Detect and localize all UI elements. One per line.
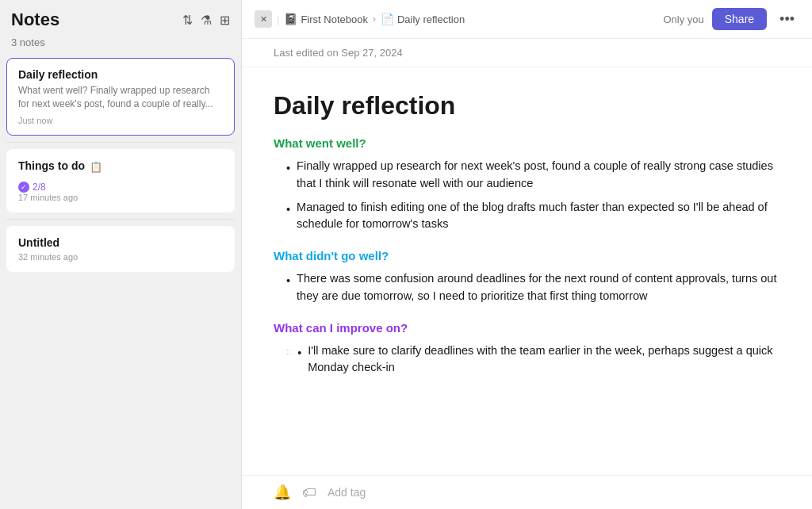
breadcrumb-separator-line: | xyxy=(277,13,279,25)
todo-edit-icon: 📋 xyxy=(90,161,102,173)
divider-2 xyxy=(6,219,235,220)
breadcrumb: ✕ | 📓 First Notebook › 📄 Daily reflectio… xyxy=(255,10,465,28)
bullet-text: Finally wrapped up research for next wee… xyxy=(297,158,780,193)
note-card-daily-reflection[interactable]: Daily reflection What went well? Finally… xyxy=(6,58,235,136)
more-options-button[interactable]: ••• xyxy=(775,10,799,29)
bullet-item: • There was some confusion around deadli… xyxy=(286,270,780,305)
bullet-dot: • xyxy=(286,160,290,193)
header-actions: Only you Share ••• xyxy=(663,8,799,30)
bullet-dot: • xyxy=(286,273,290,305)
bullet-item: • Managed to finish editing one of the b… xyxy=(286,199,780,234)
breadcrumb-arrow: › xyxy=(373,13,376,25)
last-edited-label: Last edited on Sep 27, 2024 xyxy=(242,39,812,67)
note-card-things-to-do[interactable]: Things to do 📋 ✓ 2/8 17 minutes ago xyxy=(6,149,235,212)
didnt-go-well-list: • There was some confusion around deadli… xyxy=(286,270,780,305)
section-heading-didnt-go-well: What didn't go well? xyxy=(274,249,780,262)
note-card-time: Just now xyxy=(18,116,223,125)
bullet-item: • Finally wrapped up research for next w… xyxy=(286,158,780,193)
note-card-title: Things to do xyxy=(18,159,85,172)
note-content: Daily reflection What went well? • Final… xyxy=(242,67,812,475)
main-header: ✕ | 📓 First Notebook › 📄 Daily reflectio… xyxy=(242,0,812,39)
sidebar-header: Notes ⇅ ⚗ ⊞ xyxy=(0,0,241,36)
tag-icon[interactable]: 🏷 xyxy=(302,484,316,501)
page-icon: 📄 xyxy=(381,13,394,25)
sidebar: Notes ⇅ ⚗ ⊞ 3 notes Daily reflection Wha… xyxy=(0,0,242,509)
note-card-preview: What went well? Finally wrapped up resea… xyxy=(18,84,223,111)
todo-progress-badge: ✓ 2/8 xyxy=(18,182,46,193)
sidebar-title: Notes xyxy=(11,10,59,30)
notebook-icon: 📓 xyxy=(284,13,297,25)
breadcrumb-page: 📄 Daily reflection xyxy=(381,13,465,25)
visibility-label: Only you xyxy=(663,13,703,25)
went-well-list: • Finally wrapped up research for next w… xyxy=(286,158,780,233)
note-footer: 🔔 🏷 Add tag xyxy=(242,475,812,509)
page-name[interactable]: Daily reflection xyxy=(397,13,465,25)
note-card-time: 17 minutes ago xyxy=(18,193,223,202)
bullet-text: I'll make sure to clarify deadlines with… xyxy=(308,343,780,377)
note-main-title[interactable]: Daily reflection xyxy=(274,91,780,121)
divider-1 xyxy=(6,142,235,143)
note-card-title: Untitled xyxy=(18,236,223,249)
bullet-text: Managed to finish editing one of the blo… xyxy=(297,199,780,234)
note-card-header-row: Things to do 📋 xyxy=(18,159,223,175)
notebook-name[interactable]: First Notebook xyxy=(301,13,368,25)
bullet-dot: • xyxy=(297,345,301,362)
drag-handle-icon: :: xyxy=(286,345,291,358)
todo-check-icon: ✓ xyxy=(18,182,29,193)
improve-item: :: • I'll make sure to clarify deadlines… xyxy=(286,343,780,377)
share-button[interactable]: Share xyxy=(712,8,767,30)
notes-count: 3 notes xyxy=(0,36,241,55)
bullet-dot: • xyxy=(286,201,290,234)
note-card-title: Daily reflection xyxy=(18,68,223,81)
notification-icon[interactable]: 🔔 xyxy=(274,484,291,501)
main-area: ✕ | 📓 First Notebook › 📄 Daily reflectio… xyxy=(242,0,812,509)
improve-list: :: • I'll make sure to clarify deadlines… xyxy=(286,343,780,377)
bullet-text: There was some confusion around deadline… xyxy=(297,270,780,305)
back-icon[interactable]: ✕ xyxy=(255,10,272,28)
section-heading-went-well: What went well? xyxy=(274,136,780,150)
filter-icon[interactable]: ⚗ xyxy=(201,13,212,28)
add-tag-label[interactable]: Add tag xyxy=(327,486,366,499)
note-card-time: 32 minutes ago xyxy=(18,252,223,262)
breadcrumb-notebook: 📓 First Notebook xyxy=(284,13,368,25)
section-heading-improve: What can I improve on? xyxy=(274,321,780,335)
sort-icon[interactable]: ⇅ xyxy=(182,13,193,28)
todo-count: 2/8 xyxy=(33,182,46,193)
layout-icon[interactable]: ⊞ xyxy=(220,13,230,28)
note-card-untitled[interactable]: Untitled 32 minutes ago xyxy=(6,226,235,272)
sidebar-toolbar: ⇅ ⚗ ⊞ xyxy=(182,13,230,28)
